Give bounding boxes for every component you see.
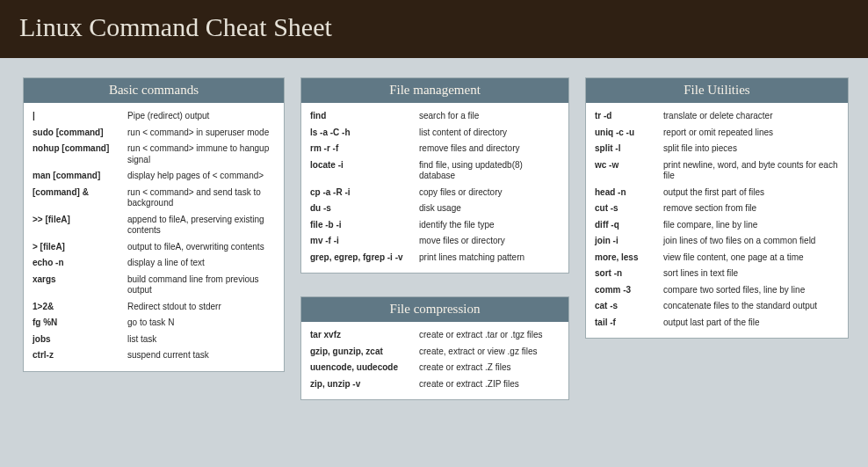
command: locate -i bbox=[310, 160, 419, 171]
section-title: File management bbox=[301, 78, 568, 103]
command: [command] & bbox=[33, 187, 127, 199]
command: split -l bbox=[595, 143, 663, 155]
description: compare two sorted files, line by line bbox=[663, 285, 839, 296]
cheat-row: [command] &run < command> and send task … bbox=[33, 185, 275, 212]
command: grep, egrep, fgrep -i -v bbox=[310, 252, 419, 264]
content-body: Basic commands |Pipe (redirect) output s… bbox=[0, 58, 868, 400]
description: suspend current task bbox=[127, 350, 275, 361]
rows: tar xvfzcreate or extract .tar or .tgz f… bbox=[301, 322, 568, 399]
description: copy files or directory bbox=[419, 187, 560, 199]
command: uuencode, uudecode bbox=[310, 362, 419, 374]
section-title: File compression bbox=[301, 297, 568, 322]
command: comm -3 bbox=[595, 285, 663, 296]
cheat-row: ls -a -C -hlist content of directory bbox=[310, 125, 560, 142]
command: rm -r -f bbox=[310, 143, 419, 155]
description: print newline, word, and byte counts for… bbox=[663, 160, 839, 182]
cheat-row: wc -wprint newline, word, and byte count… bbox=[595, 157, 839, 185]
command: tar xvfz bbox=[310, 330, 419, 341]
command: sudo [command] bbox=[33, 128, 127, 139]
description: disk usage bbox=[419, 203, 560, 215]
description: remove files and directory bbox=[419, 143, 560, 155]
cheat-row: file -b -iidentify the file type bbox=[310, 217, 560, 234]
cheat-row: head -noutput the first part of files bbox=[595, 185, 839, 201]
command: man [command] bbox=[33, 171, 127, 182]
command: | bbox=[33, 111, 127, 122]
description: file compare, line by line bbox=[663, 220, 839, 231]
command: >> [fileA] bbox=[33, 215, 127, 226]
description: find file, using updatedb(8) database bbox=[419, 160, 560, 182]
command: uniq -c -u bbox=[595, 128, 663, 139]
command: tr -d bbox=[595, 111, 663, 122]
command: wc -w bbox=[595, 160, 663, 171]
cheat-row: fg %Ngo to task N bbox=[33, 315, 275, 332]
description: move files or directory bbox=[419, 236, 560, 247]
description: output the first part of files bbox=[663, 187, 839, 199]
cheat-row: more, lessview file content, one page at… bbox=[595, 250, 839, 266]
cheat-row: uniq -c -ureport or omit repeated lines bbox=[595, 125, 839, 142]
description: Pipe (redirect) output bbox=[127, 111, 275, 122]
cheat-row: uuencode, uudecodecreate or extract .Z f… bbox=[310, 360, 560, 376]
section-basic-commands: Basic commands |Pipe (redirect) output s… bbox=[23, 77, 285, 372]
section-title: Basic commands bbox=[24, 78, 284, 103]
description: identify the file type bbox=[419, 220, 560, 231]
description: list task bbox=[127, 334, 275, 346]
description: append to fileA, preserving existing con… bbox=[127, 215, 275, 237]
command: gzip, gunzip, zcat bbox=[310, 347, 419, 358]
description: output last part of the file bbox=[663, 317, 839, 329]
cheat-row: locate -ifind file, using updatedb(8) da… bbox=[310, 157, 560, 185]
description: translate or delete character bbox=[663, 111, 839, 122]
command: fg %N bbox=[33, 317, 127, 329]
cheat-row: zip, unzip -vcreate or extract .ZIP file… bbox=[310, 376, 560, 393]
cheat-row: split -lsplit file into pieces bbox=[595, 141, 839, 157]
description: create or extract .Z files bbox=[419, 362, 560, 374]
cheat-row: sudo [command]run < command> in superuse… bbox=[33, 125, 275, 142]
section-file-compression: File compression tar xvfzcreate or extra… bbox=[300, 296, 569, 400]
cheat-row: jobslist task bbox=[33, 332, 275, 348]
command: join -i bbox=[595, 236, 663, 247]
command: tail -f bbox=[595, 317, 663, 329]
description: run < command> and send task to backgrou… bbox=[127, 187, 275, 209]
description: split file into pieces bbox=[663, 143, 839, 155]
cheat-row: man [command]display help pages of < com… bbox=[33, 168, 275, 185]
cheat-row: cp -a -R -icopy files or directory bbox=[310, 185, 560, 201]
command: file -b -i bbox=[310, 220, 419, 231]
command: jobs bbox=[33, 334, 127, 346]
description: run < command> immune to hangup signal bbox=[127, 143, 275, 165]
command: zip, unzip -v bbox=[310, 379, 419, 390]
cheat-row: gzip, gunzip, zcatcreate, extract or vie… bbox=[310, 344, 560, 361]
cheat-row: > [fileA]output to fileA, overwriting co… bbox=[33, 239, 275, 256]
description: build command line from previous output bbox=[127, 274, 275, 296]
cheat-row: >> [fileA]append to fileA, preserving ex… bbox=[33, 212, 275, 239]
cheat-row: nohup [command]run < command> immune to … bbox=[33, 141, 275, 168]
cheat-row: tar xvfzcreate or extract .tar or .tgz f… bbox=[310, 327, 560, 344]
command: ctrl-z bbox=[33, 350, 127, 361]
command: cut -s bbox=[595, 203, 663, 215]
cheat-row: join -ijoin lines of two files on a comm… bbox=[595, 233, 839, 250]
description: go to task N bbox=[127, 317, 275, 329]
description: print lines matching pattern bbox=[419, 252, 560, 264]
section-file-management: File management findsearch for a file ls… bbox=[300, 77, 569, 274]
cheat-row: mv -f -imove files or directory bbox=[310, 233, 560, 250]
description: create or extract .tar or .tgz files bbox=[419, 330, 560, 341]
cheat-row: tail -foutput last part of the file bbox=[595, 315, 839, 332]
description: view file content, one page at a time bbox=[663, 252, 839, 264]
description: create or extract .ZIP files bbox=[419, 379, 560, 390]
command: 1>2& bbox=[33, 302, 127, 313]
cheat-row: tr -dtranslate or delete character bbox=[595, 108, 839, 125]
command: xargs bbox=[33, 274, 127, 286]
rows: tr -dtranslate or delete character uniq … bbox=[586, 103, 848, 338]
command: diff -q bbox=[595, 220, 663, 231]
cheat-row: rm -r -fremove files and directory bbox=[310, 141, 560, 157]
cheat-row: 1>2&Redirect stdout to stderr bbox=[33, 299, 275, 316]
page-title: Linux Command Cheat Sheet bbox=[0, 0, 868, 58]
cheat-row: ctrl-zsuspend current task bbox=[33, 347, 275, 364]
cheat-row: echo -ndisplay a line of text bbox=[33, 255, 275, 272]
description: display help pages of < command> bbox=[127, 171, 275, 182]
section-title: File Utilities bbox=[586, 78, 848, 103]
description: list content of directory bbox=[419, 128, 560, 139]
command: ls -a -C -h bbox=[310, 128, 419, 139]
command: cp -a -R -i bbox=[310, 187, 419, 199]
description: display a line of text bbox=[127, 258, 275, 269]
description: run < command> in superuser mode bbox=[127, 128, 275, 139]
command: head -n bbox=[595, 187, 663, 199]
